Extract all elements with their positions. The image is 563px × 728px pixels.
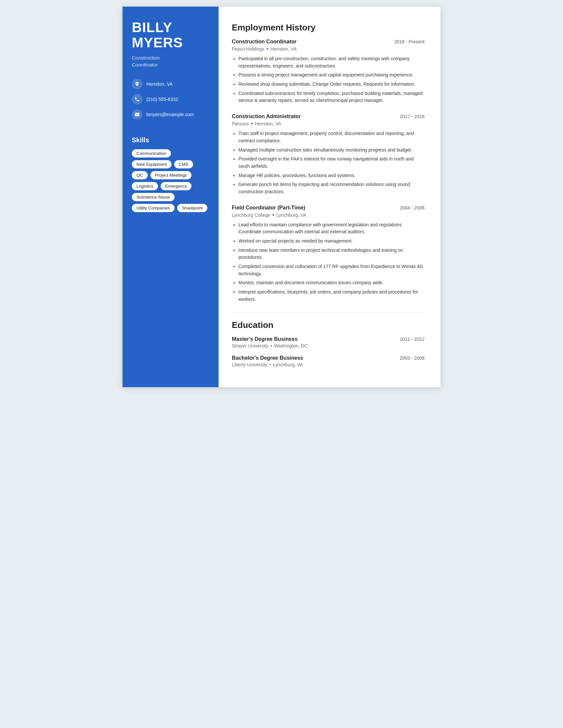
job-2-dates: 2017 - 2018 (400, 114, 425, 119)
edu-1: Master's Degree Business 2011 - 2012 Str… (232, 336, 425, 348)
resume-container: BILLY MYERS ConstructionCoordinator Hern… (122, 7, 441, 387)
job-3-bullets: Lead efforts to maintain compliance with… (232, 221, 425, 303)
job-2-header: Construction Administrator 2017 - 2018 (232, 114, 425, 119)
bullet: Coordinated subcontractors for timely co… (238, 90, 425, 104)
job-1-dates: 2018 - Present (394, 39, 425, 44)
job-2: Construction Administrator 2017 - 2018 P… (232, 114, 425, 196)
location-icon (132, 79, 142, 89)
edu-2-school: Liberty University • Lynchburg, VA (232, 362, 425, 367)
skills-section: Skills Communication New Equipment CMS Q… (132, 136, 209, 212)
sidebar: BILLY MYERS ConstructionCoordinator Hern… (122, 7, 218, 387)
skill-utility-companies: Utility Companies (132, 204, 174, 212)
skill-communication: Communication (132, 149, 171, 158)
email-text: bmyers@example.com (146, 112, 194, 117)
job-3-company: Lynchburg College • Lynchburg, VA (232, 212, 425, 218)
bullet: Manage HR policies, procedures, function… (238, 172, 425, 179)
job-3: Field Coordinator (Part-Time) 2004 - 200… (232, 205, 425, 303)
edu-1-school: Strayer University • Washington, DC (232, 343, 425, 348)
skill-sharepoint: Sharepoint (177, 204, 207, 212)
employment-heading: Employment History (232, 23, 425, 33)
candidate-name: BILLY MYERS (132, 20, 209, 50)
job-2-bullets: Train staff in project management, prope… (232, 130, 425, 196)
bullet: Managed multiple construction sites simu… (238, 147, 425, 154)
job-1-header: Construction Coordinator 2018 - Present (232, 39, 425, 45)
contact-phone: (210) 555-6332 (132, 94, 209, 105)
location-text: Herndon, VA (146, 81, 172, 87)
job-3-header: Field Coordinator (Part-Time) 2004 - 200… (232, 205, 425, 211)
skill-new-equipment: New Equipment (132, 160, 171, 168)
main-content: Employment History Construction Coordina… (218, 7, 441, 387)
phone-icon (132, 94, 142, 105)
bullet: Reviewed shop drawing submittals, Change… (238, 81, 425, 88)
job-1-company: Pepco Holdings • Herndon, VA (232, 46, 425, 52)
skill-emergency: Emergency (161, 182, 192, 190)
job-1-title: Construction Coordinator (232, 39, 297, 45)
job-1-bullets: Participated in all pre-construction, co… (232, 55, 425, 104)
candidate-title: ConstructionCoordinator (132, 54, 209, 68)
bullet: Completed conversion and collocation of … (238, 263, 425, 277)
contact-section: Herndon, VA (210) 555-6332 bmyers@exampl… (132, 79, 209, 120)
edu-2-header: Bachelor's Degree Business 2003 - 2006 (232, 355, 425, 361)
bullet: Provided oversight in the FAA's interest… (238, 156, 425, 170)
job-3-title: Field Coordinator (Part-Time) (232, 205, 305, 211)
job-2-company: Parsons • Herndon, VA (232, 121, 425, 127)
bullet: Worked on special projects as needed by … (238, 238, 425, 245)
skills-heading: Skills (132, 136, 209, 144)
edu-1-dates: 2011 - 2012 (400, 337, 425, 342)
bullet: Introduce new team members to project te… (238, 247, 425, 261)
education-heading: Education (232, 320, 425, 330)
skill-substance-abuse: Substance Abuse (132, 193, 174, 201)
email-icon (132, 109, 142, 120)
bullet: Train staff in project management, prope… (238, 130, 425, 144)
edu-2-degree: Bachelor's Degree Business (232, 355, 303, 361)
skill-project-meetings: Project Meetings (150, 171, 192, 179)
bullet: Generate punch list items by inspecting … (238, 181, 425, 195)
skills-tags: Communication New Equipment CMS QC Proje… (132, 149, 209, 212)
contact-location: Herndon, VA (132, 79, 209, 89)
skill-logistics: Logistics (132, 182, 158, 190)
skill-qc: QC (132, 171, 148, 179)
bullet: Monitor, maintain and document communica… (238, 279, 425, 287)
edu-2: Bachelor's Degree Business 2003 - 2006 L… (232, 355, 425, 367)
bullet: Lead efforts to maintain compliance with… (238, 221, 425, 236)
edu-1-degree: Master's Degree Business (232, 336, 298, 342)
contact-email: bmyers@example.com (132, 109, 209, 120)
bullet: Possess a strong project management and … (238, 71, 425, 79)
skill-cms: CMS (174, 160, 193, 168)
section-divider (232, 312, 425, 313)
job-1: Construction Coordinator 2018 - Present … (232, 39, 425, 104)
edu-1-header: Master's Degree Business 2011 - 2012 (232, 336, 425, 342)
edu-2-dates: 2003 - 2006 (400, 355, 425, 361)
bullet: Interpret specifications, blueprints, jo… (238, 289, 425, 303)
bullet: Participated in all pre-construction, co… (238, 55, 425, 69)
phone-text: (210) 555-6332 (146, 97, 178, 102)
job-2-title: Construction Administrator (232, 114, 301, 119)
job-3-dates: 2004 - 2006 (400, 205, 425, 210)
